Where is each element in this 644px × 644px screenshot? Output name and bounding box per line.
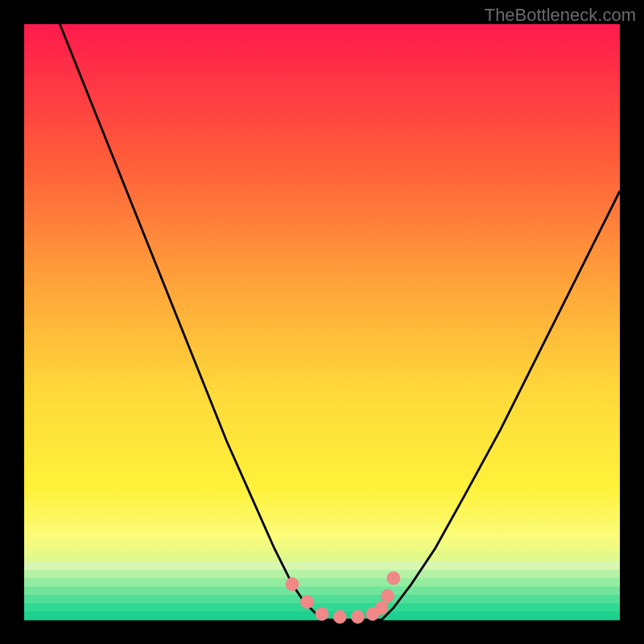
highlight-marker bbox=[387, 572, 400, 584]
green-band bbox=[24, 595, 620, 604]
green-band bbox=[24, 587, 620, 596]
highlight-marker bbox=[375, 601, 388, 614]
green-band bbox=[24, 570, 620, 579]
highlight-marker bbox=[301, 596, 314, 609]
watermark-text: TheBottleneck.com bbox=[485, 5, 636, 26]
highlight-marker bbox=[286, 578, 299, 591]
green-band bbox=[24, 561, 620, 570]
highlight-marker bbox=[381, 589, 394, 602]
green-band bbox=[24, 578, 620, 587]
bottleneck-curve-chart bbox=[0, 0, 644, 644]
highlight-marker bbox=[316, 608, 328, 621]
plot-background bbox=[24, 24, 620, 620]
chart-container: TheBottleneck.com bbox=[0, 0, 644, 644]
highlight-marker bbox=[333, 610, 346, 623]
highlight-marker bbox=[351, 610, 364, 623]
